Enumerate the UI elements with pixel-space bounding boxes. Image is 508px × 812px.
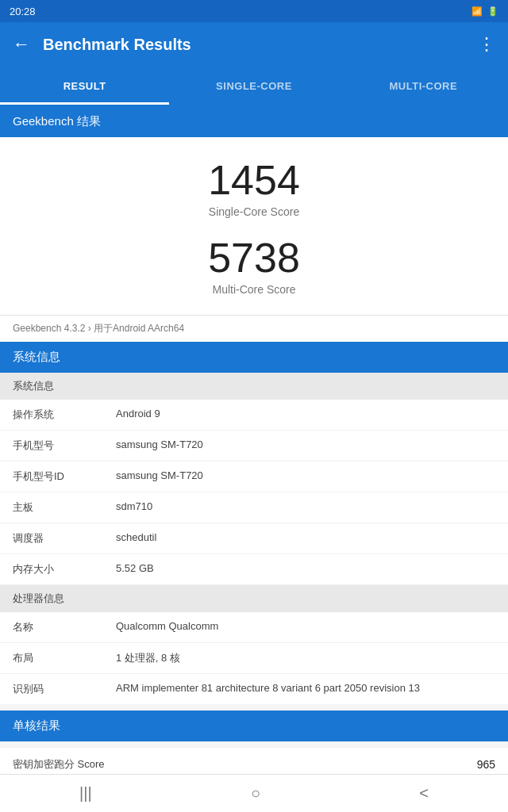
tab-bar: RESULT SINGLE-CORE MULTI-CORE [0,67,508,106]
more-button[interactable]: ⋮ [478,34,495,55]
battery-icon: 🔋 [487,6,498,17]
geekbench-header: Geekbench 结果 [0,106,508,137]
status-bar: 20:28 📶 🔋 [0,0,508,22]
bottom-navigation: ||| ○ < [0,774,508,812]
info-value-cpu-name: Qualcomm Qualcomm [116,620,495,632]
version-info: Geekbench 4.3.2 › 用于Android AArch64 [0,315,508,342]
single-core-score-label: Single-Core Score [209,205,299,218]
wifi-icon: 📶 [471,6,483,17]
info-key-board: 主板 [13,500,116,515]
info-key-os: 操作系统 [13,408,116,422]
tab-multi-core[interactable]: MULTI-CORE [339,67,508,105]
tab-result[interactable]: RESULT [0,67,169,105]
info-row-layout: 布局 1 处理器, 8 核 [0,643,508,674]
info-row-identifier: 识别码 ARM implementer 81 architecture 8 va… [0,674,508,704]
system-info-subheader: 系统信息 [0,373,508,400]
multi-core-score-value: 5738 [208,234,300,282]
info-value-os: Android 9 [116,408,495,419]
info-value-identifier: ARM implementer 81 architecture 8 varian… [116,682,495,694]
info-value-board: sdm710 [116,500,495,512]
info-key-identifier: 识别码 [13,682,116,696]
single-core-results-header: 单核结果 [0,710,508,741]
info-row-model: 手机型号 samsung SM-T720 [0,431,508,462]
nav-home-button[interactable]: ○ [251,784,260,802]
info-row-board: 主板 sdm710 [0,492,508,523]
info-value-model: samsung SM-T720 [116,439,495,450]
info-value-layout: 1 处理器, 8 核 [116,651,495,665]
app-bar: ← Benchmark Results ⋮ [0,22,508,67]
nav-back-button[interactable]: < [419,784,429,802]
status-icons: 📶 🔋 [471,6,498,17]
multi-core-score-block: 5738 Multi-Core Score [208,234,300,296]
status-time: 20:28 [10,6,36,17]
single-core-score-block: 1454 Single-Core Score [208,156,300,218]
info-key-layout: 布局 [13,651,116,665]
info-row-memory: 内存大小 5.52 GB [0,554,508,585]
single-core-score-value: 1454 [208,156,300,204]
system-info-header: 系统信息 [0,342,508,373]
score-section: 1454 Single-Core Score 5738 Multi-Core S… [0,137,508,315]
nav-menu-button[interactable]: ||| [79,784,92,802]
system-info-table: 系统信息 操作系统 Android 9 手机型号 samsung SM-T720… [0,373,508,704]
multi-core-score-label: Multi-Core Score [212,283,295,296]
info-row-scheduler: 调度器 schedutil [0,523,508,554]
tab-single-core[interactable]: SINGLE-CORE [169,67,338,105]
info-key-scheduler: 调度器 [13,531,116,546]
info-row-cpu-name: 名称 Qualcomm Qualcomm [0,612,508,643]
info-key-cpu-name: 名称 [13,620,116,634]
info-value-memory: 5.52 GB [116,562,495,574]
info-key-memory: 内存大小 [13,562,116,576]
info-row-os: 操作系统 Android 9 [0,400,508,431]
back-button[interactable]: ← [13,34,30,55]
info-row-model-id: 手机型号ID samsung SM-T720 [0,462,508,492]
result-value-crypto: 965 [448,758,495,771]
info-value-scheduler: schedutil [116,531,495,543]
info-key-model-id: 手机型号ID [13,469,116,484]
processor-info-subheader: 处理器信息 [0,585,508,612]
info-value-model-id: samsung SM-T720 [116,469,495,481]
result-key-crypto: 密钥加密跑分 Score [13,757,448,772]
info-key-model: 手机型号 [13,439,116,453]
app-bar-title: Benchmark Results [43,36,465,54]
